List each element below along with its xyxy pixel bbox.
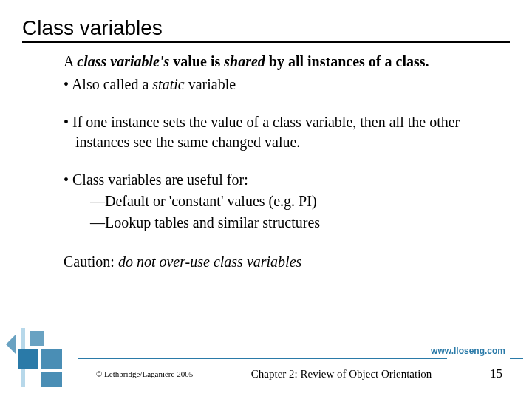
caution-label: Caution: [64, 253, 118, 270]
intro-post: by all instances of a class. [265, 53, 429, 69]
slide-title: Class variables [22, 16, 510, 43]
intro-em1: class variable's [77, 53, 169, 69]
bullet-2: If one instance sets the value of a clas… [64, 112, 495, 152]
copyright-text: © Lethbridge/Laganière 2005 [96, 369, 193, 378]
caution-text: do not over-use class variables [118, 253, 301, 270]
footer-row: © Lethbridge/Laganière 2005 Chapter 2: R… [0, 366, 532, 381]
intro-em2: shared [224, 53, 265, 69]
bullet-3-sub-1: —Default or 'constant' values (e.g. PI) [64, 191, 495, 211]
bullet-1: Also called a static variable [64, 75, 495, 95]
footer-url: www.lloseng.com [431, 346, 505, 356]
slide: Class variables A class variable's value… [0, 0, 532, 399]
b1-em: static [152, 76, 184, 92]
caution-line: Caution: do not over-use class variables [64, 252, 495, 272]
chapter-text: Chapter 2: Review of Object Orientation [251, 368, 432, 381]
intro-line: A class variable's value is shared by al… [64, 52, 495, 72]
b1-post: variable [185, 76, 236, 92]
slide-body: A class variable's value is shared by al… [22, 52, 510, 272]
bullet-3-sub-2: —Lookup tables and similar structures [64, 213, 495, 233]
intro-pre: A [64, 53, 77, 69]
intro-mid: value is [169, 53, 224, 69]
page-number: 15 [490, 366, 502, 381]
b1-pre: Also called a [72, 76, 152, 92]
bullet-3: Class variables are useful for: [64, 170, 495, 190]
